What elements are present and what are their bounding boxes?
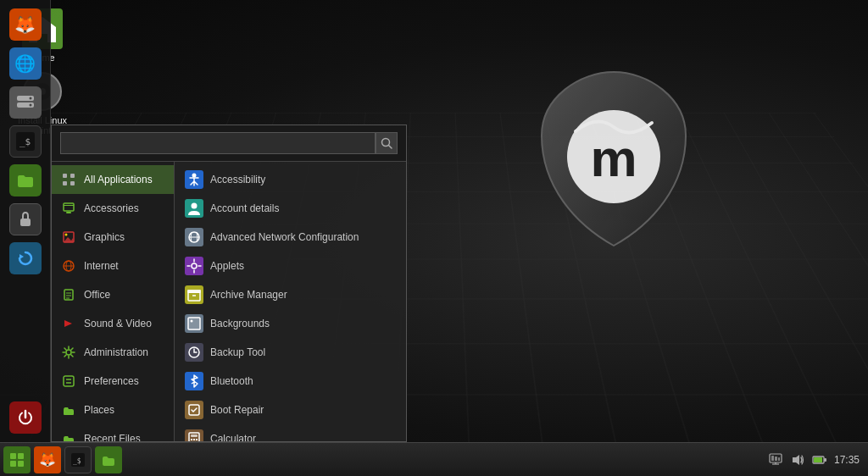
category-preferences[interactable]: Preferences [52,367,174,396]
svg-rect-73 [771,456,774,461]
graphics-icon [60,229,77,246]
svg-text:m: m [590,129,637,187]
svg-point-48 [191,320,193,323]
panel-icon-terminal[interactable]: _$ [9,125,42,158]
administration-icon [60,344,77,361]
category-graphics-label: Graphics [84,231,125,243]
clock-display[interactable]: 17:35 [834,454,860,466]
left-panel: 🦊 🌐 _$ [0,0,51,442]
taskbar-terminal[interactable]: _$ [64,446,92,473]
app-boot-repair[interactable]: Boot Repair [175,396,406,424]
reload-icon [16,249,35,268]
svg-point-34 [66,350,71,355]
power-icon [16,408,35,427]
office-icon [60,286,77,303]
svg-rect-55 [193,439,195,440]
network-tray-icon[interactable] [768,452,783,468]
terminal-icon: _$ [16,132,35,151]
applets-label: Applets [210,260,244,272]
category-sound-video[interactable]: Sound & Video [52,309,174,338]
archive-label: Archive Manager [210,289,287,301]
svg-rect-74 [775,457,777,461]
folder-icon [16,171,35,190]
svg-rect-54 [191,439,192,440]
preferences-icon [60,373,77,390]
volume-tray-icon[interactable] [790,452,805,468]
storage-icon [16,93,35,112]
search-bar [52,125,406,162]
svg-rect-16 [63,174,67,178]
desktop: m Home Install Linux Mint [0,0,868,476]
app-account[interactable]: Account details [175,194,406,223]
svg-rect-22 [66,212,71,213]
svg-rect-56 [196,439,198,440]
app-backgrounds[interactable]: Backgrounds [175,309,406,338]
panel-icon-files[interactable] [9,164,42,196]
category-recent-label: Recent Files [84,433,141,441]
svg-rect-20 [64,203,74,211]
recent-files-icon [60,430,77,441]
backgrounds-label: Backgrounds [210,318,270,329]
account-label: Account details [210,202,279,214]
category-office[interactable]: Office [52,280,174,309]
accessibility-label: Accessibility [210,174,265,185]
sound-video-icon [60,315,77,332]
panel-icon-storage[interactable] [9,86,42,119]
category-administration[interactable]: Administration [52,338,174,367]
category-graphics[interactable]: Graphics [52,223,174,252]
svg-rect-64 [10,453,16,459]
category-accessories[interactable]: Accessories [52,194,174,223]
taskbar-show-desktop[interactable] [3,446,31,473]
category-all-label: All Applications [84,174,153,185]
category-internet-label: Internet [84,260,119,272]
accessibility-icon [185,170,203,189]
panel-icon-lock[interactable] [9,203,42,235]
calculator-icon [185,429,203,441]
archive-icon [185,285,203,304]
category-places[interactable]: Places [52,396,174,424]
svg-text:_$: _$ [19,136,31,147]
taskbar-terminal-icon: _$ [71,453,85,467]
panel-icon-reload[interactable] [9,242,42,274]
bluetooth-label: Bluetooth [210,375,253,387]
battery-tray-icon[interactable] [812,452,827,468]
lock-icon [17,211,34,228]
app-applets[interactable]: Applets [175,252,406,280]
search-icon [381,137,392,149]
category-recent[interactable]: Recent Files [52,424,174,441]
svg-rect-78 [814,457,822,462]
category-places-label: Places [84,404,114,416]
all-apps-icon [60,171,77,188]
search-input[interactable] [60,132,376,154]
show-desktop-icon [9,452,25,468]
svg-point-9 [29,104,31,107]
svg-marker-13 [19,254,24,259]
app-archive[interactable]: Archive Manager [175,280,406,309]
svg-rect-75 [778,457,780,461]
boot-repair-icon [185,401,203,419]
app-bluetooth[interactable]: Bluetooth [175,367,406,396]
app-accessibility[interactable]: Accessibility [175,165,406,194]
search-button[interactable] [376,132,398,154]
taskbar-right: 17:35 [768,452,868,468]
svg-marker-33 [64,320,72,327]
panel-icon-power[interactable] [9,401,42,434]
category-sound-video-label: Sound & Video [84,318,152,329]
category-internet[interactable]: Internet [52,252,174,280]
category-administration-label: Administration [84,346,148,358]
boot-repair-label: Boot Repair [210,404,264,416]
app-calculator[interactable]: Calculator [175,424,406,441]
taskbar-files[interactable] [95,446,122,473]
svg-rect-12 [20,219,31,226]
app-backup[interactable]: Backup Tool [175,338,406,367]
taskbar-firefox[interactable]: 🦊 [34,446,61,473]
category-all[interactable]: All Applications [52,165,174,194]
svg-rect-67 [18,461,24,467]
panel-icon-firefox[interactable]: 🦊 [9,8,42,41]
svg-rect-21 [64,205,74,206]
panel-icon-network[interactable]: 🌐 [9,47,42,80]
app-advanced-network[interactable]: Advanced Network Configuration [175,223,406,252]
advanced-network-icon [185,228,203,246]
calculator-label: Calculator [210,433,256,441]
svg-rect-44 [187,290,201,293]
